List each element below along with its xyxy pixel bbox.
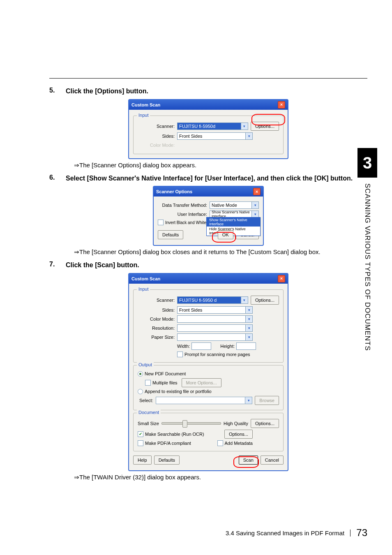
paper-size-label: Paper Size: (138, 335, 177, 340)
data-transfer-label: Data Transfer Method: (158, 203, 210, 208)
page-number: 73 (356, 527, 367, 539)
step-6-result: ⇒The [Scanner Options] dialog box closes… (74, 248, 367, 256)
more-options-button[interactable]: More Options... (182, 378, 221, 387)
dialog-titlebar: Custom Scan × (129, 100, 288, 110)
cancel-button[interactable]: Cancel (261, 456, 284, 465)
scanner-label: Scanner: (138, 124, 177, 129)
resolution-select[interactable]: ▾ (177, 324, 253, 332)
doc-options-button[interactable]: Options... (251, 419, 279, 428)
append-radio[interactable] (138, 389, 143, 394)
ui-dropdown-open[interactable]: Show Scanner's Native Interface Hide Sca… (206, 217, 261, 236)
paper-size-select[interactable]: ▾ (177, 333, 253, 341)
width-input[interactable] (191, 342, 211, 350)
custom-scan-dialog-1: Custom Scan × Input Scanner: FUJITSU fi-… (128, 99, 288, 159)
ocr-label: Make Searchable (Run OCR) (145, 432, 204, 437)
dropdown-option[interactable]: Show Scanner's Native Interface (207, 217, 260, 227)
step-7-result: ⇒The [TWAIN Driver (32)] dialog box appe… (74, 474, 367, 481)
ocr-checkbox[interactable]: ✔ (138, 431, 143, 437)
resolution-label: Resolution: (138, 326, 177, 331)
top-rule (49, 78, 367, 79)
chevron-down-icon: ▾ (245, 307, 252, 313)
multiple-files-label: Multiple files (152, 380, 178, 385)
append-label: Append to existing file or portfolio (145, 389, 212, 394)
sides-value: Front Sides (179, 134, 202, 139)
group-legend: Input (137, 287, 150, 291)
dialog-title: Scanner Options (156, 189, 192, 194)
multiple-files-checkbox[interactable] (145, 380, 151, 386)
chapter-title: SCANNING VARIOUS TYPES OF DOCUMENTS (363, 183, 371, 351)
pdfa-checkbox[interactable] (138, 440, 143, 446)
close-icon[interactable]: × (278, 101, 285, 109)
close-icon[interactable]: × (253, 188, 261, 195)
color-mode-select[interactable]: ▾ (177, 315, 253, 323)
dialog-title: Custom Scan (131, 276, 160, 281)
scanner-label: Scanner: (138, 298, 177, 303)
scanner-select[interactable]: FUJITSU fi-5950d ▾ (177, 123, 248, 130)
sides-label: Sides: (138, 308, 177, 312)
step-5: 5. Click the [Options] button. (49, 87, 367, 96)
group-legend: Document (137, 410, 161, 415)
scan-button[interactable]: Scan (239, 456, 258, 465)
dialog-titlebar: Custom Scan × (129, 274, 288, 284)
step-number: 7. (49, 261, 66, 270)
scanner-value: FUJITSU fi-5950d (179, 124, 215, 129)
ocr-options-button[interactable]: Options... (224, 430, 253, 439)
defaults-button[interactable]: Defaults (154, 456, 180, 465)
new-pdf-radio[interactable] (138, 371, 143, 377)
help-button[interactable]: Help (133, 456, 152, 465)
height-input[interactable] (236, 342, 256, 350)
invert-checkbox[interactable] (158, 220, 164, 225)
page-footer: 3.4 Saving Scanned Images in PDF Format … (49, 527, 367, 539)
chevron-down-icon: ▾ (245, 133, 252, 139)
step-number: 5. (49, 87, 66, 96)
user-interface-label: User Interface: (158, 212, 210, 217)
chevron-down-icon: ▾ (245, 316, 252, 322)
sides-select[interactable]: Front Sides▾ (177, 306, 253, 314)
slider-thumb[interactable] (182, 420, 187, 428)
metadata-label: Add Metadata (225, 441, 253, 446)
metadata-checkbox[interactable] (217, 440, 223, 446)
data-transfer-select[interactable]: Native Mode ▾ (210, 201, 259, 209)
footer-section: 3.4 Saving Scanned Images in PDF Format (226, 530, 350, 536)
output-group: Output New PDF Document Multiple files M… (133, 365, 284, 410)
small-size-label: Small Size (138, 421, 159, 426)
scanner-select[interactable]: FUJITSU fi-5950 d▾ (177, 296, 248, 304)
color-mode-label: Color Mode: (138, 317, 177, 321)
options-button[interactable]: Options... (251, 122, 279, 131)
step-text: Select [Show Scanner's Native Interface]… (66, 174, 353, 183)
step-5-result: ⇒The [Scanner Options] dialog box appear… (74, 162, 367, 169)
chevron-down-icon: ▾ (245, 397, 252, 404)
pdfa-label: Make PDF/A compliant (145, 441, 191, 446)
select-file-select[interactable]: ▾ (156, 397, 252, 404)
color-mode-label: Color Mode: (138, 143, 177, 148)
options-button[interactable]: Options... (251, 296, 279, 305)
close-icon[interactable]: × (278, 275, 285, 282)
invert-label: Invert Black and White (165, 220, 206, 225)
high-quality-label: High Quality (224, 421, 248, 426)
chevron-down-icon: ▾ (251, 202, 258, 208)
scanner-options-dialog: Scanner Options × Data Transfer Method: … (153, 186, 264, 246)
input-group: Input Scanner: FUJITSU fi-5950d ▾ Option… (133, 116, 284, 154)
quality-slider[interactable] (161, 422, 221, 425)
step-6: 6. Select [Show Scanner's Native Interfa… (49, 174, 367, 183)
select-label: Select: (138, 398, 156, 403)
step-7: 7. Click the [Scan] button. (49, 261, 367, 270)
chapter-sidebar: 3 SCANNING VARIOUS TYPES OF DOCUMENTS (357, 148, 377, 351)
width-label: Width: (177, 344, 190, 349)
group-legend: Output (137, 362, 154, 367)
page: 5. Click the [Options] button. Custom Sc… (0, 0, 392, 555)
input-group: Input Scanner: FUJITSU fi-5950 d▾ Option… (133, 289, 284, 363)
dropdown-option[interactable]: Hide Scanner's Native Interface (207, 227, 260, 236)
prompt-checkbox[interactable] (177, 352, 183, 357)
step-text: Click the [Scan] button. (66, 261, 139, 270)
sides-select[interactable]: Front Sides ▾ (177, 132, 253, 140)
defaults-button[interactable]: Defaults (158, 230, 183, 239)
browse-button[interactable]: Browse (255, 396, 279, 405)
chevron-down-icon: ▾ (245, 325, 252, 331)
prompt-label: Prompt for scanning more pages (184, 352, 250, 357)
step-number: 6. (49, 174, 66, 183)
height-label: Height: (220, 344, 235, 349)
sides-label: Sides: (138, 134, 177, 139)
ok-button[interactable]: OK (218, 230, 233, 239)
step-text: Click the [Options] button. (66, 87, 148, 96)
